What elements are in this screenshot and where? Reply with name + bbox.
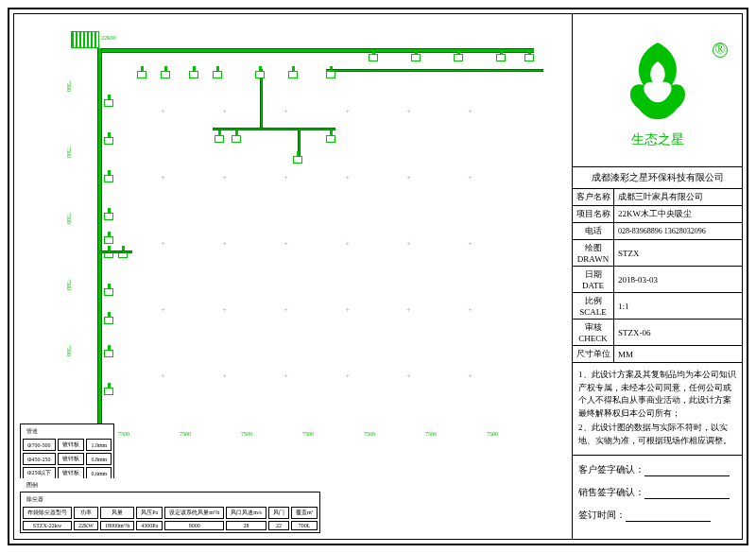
drop-point: [326, 71, 335, 78]
info-table: 成都漆彩之星环保科技有限公司 客户名称成都三叶家具有限公司 项目名称22KW木工…: [573, 166, 742, 363]
signature-block: 客户签字确认： 销售签字确认： 签订时间：: [573, 456, 742, 539]
dim-h: 7500: [364, 431, 375, 437]
logo-text: 生态之星: [631, 131, 684, 148]
scale: 1:1: [614, 300, 742, 313]
equipment-table: 除尘器 布袋除尘器型号功率 风量风压Pa 设定该系统风量m³/h风口风速m/s …: [20, 492, 320, 533]
customer-name: 成都三叶家具有限公司: [614, 189, 742, 205]
drop-point: [232, 135, 241, 143]
drop-point: [411, 54, 421, 61]
drawn-by: STZX: [614, 247, 742, 260]
drop-point: [161, 71, 170, 78]
drop-point: [104, 288, 113, 296]
pipe-branch-h3: [213, 128, 335, 130]
drop-point: [255, 71, 265, 78]
drop-point: [104, 99, 113, 107]
date-sig-label: 签订时间：: [578, 510, 626, 520]
dim-v: 7500: [66, 147, 72, 158]
registered-mark-icon: ®: [713, 43, 728, 58]
checked-by: STZX-06: [614, 326, 742, 339]
units: MM: [614, 348, 742, 361]
drop-point: [104, 350, 113, 357]
dim-v: 7500: [66, 80, 72, 92]
pipe-branch-h2: [326, 69, 543, 72]
drop-point: [104, 317, 113, 324]
project-name: 22KW木工中央吸尘: [614, 206, 742, 222]
drop-point: [104, 137, 113, 145]
drawing-canvas: // placeholder - grid drawn below via st…: [14, 14, 572, 539]
drop-point: [524, 54, 534, 61]
drop-point: [293, 156, 302, 164]
notes: 1、此设计方案及其复制品均为本公司知识产权专属，未经本公司同意，任何公司或个人不…: [573, 363, 742, 456]
dim-v: 7500: [66, 345, 72, 356]
drop-point: [104, 213, 113, 220]
date: 2018-03-03: [614, 273, 742, 286]
drop-point: [454, 54, 463, 61]
title-block: ® 生态之星 成都漆彩之星环保科技有限公司 客户名称成都三叶家具有限公司 项目名…: [572, 14, 742, 539]
fan-label: 22KW: [101, 35, 116, 41]
drop-point: [326, 135, 335, 143]
dim-h: 7500: [487, 431, 498, 437]
drop-point: [137, 71, 146, 78]
dim-h: 7500: [302, 431, 314, 437]
dim-h: 7500: [180, 431, 191, 437]
drop-point: [104, 388, 113, 395]
sales-sig-label: 销售签字确认：: [578, 487, 644, 497]
logo-icon: [620, 33, 696, 128]
customer-sig-label: 客户签字确认：: [578, 464, 644, 475]
drop-point: [215, 135, 224, 143]
pipe-stub: [99, 251, 132, 253]
dim-h: 7500: [425, 431, 437, 437]
drop-point: [104, 175, 113, 182]
dim-h: 7500: [118, 431, 129, 437]
drop-point: [213, 71, 222, 78]
dim-h: 7500: [241, 431, 252, 437]
logo-box: ® 生态之星: [573, 14, 742, 166]
pipe-main-h: [99, 48, 534, 53]
drop-point: [288, 71, 298, 78]
drop-point: [496, 54, 506, 61]
drop-point: [369, 54, 378, 61]
pipe-main-v: [97, 48, 102, 436]
drop-point: [104, 236, 113, 244]
drop-point: [189, 71, 198, 78]
company-name: 成都漆彩之星环保科技有限公司: [573, 167, 742, 188]
phone: 028-83968896 13628032096: [614, 225, 742, 237]
dim-v: 7500: [66, 213, 72, 224]
fan-unit: [71, 31, 99, 48]
pipe-spec-table: 管道 Φ700-500镀锌板1.0mm Φ450-250镀锌板0.8mm Φ25…: [20, 423, 114, 482]
dim-v: 7500: [66, 279, 72, 290]
